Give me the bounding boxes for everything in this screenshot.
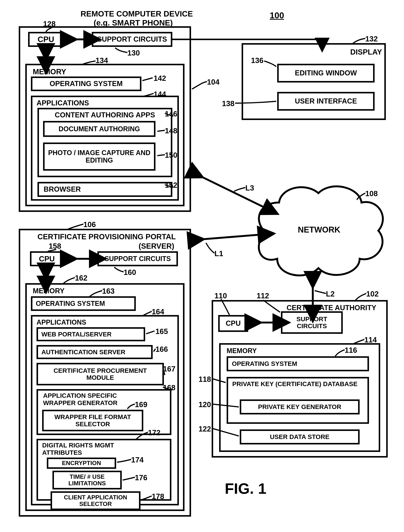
- remote-cpu-box: CPU: [28, 32, 64, 47]
- ref-174: 174: [131, 456, 144, 464]
- remote-support-box: SUPPORT CIRCUITS: [92, 32, 172, 47]
- time-use-box: TIME/ # USE LIMITATIONS: [52, 471, 122, 489]
- cert-proc-label: CERTIFICATE PROCUREMENT MODULE: [40, 367, 160, 381]
- portal-apps-label: APPLICATIONS: [37, 318, 86, 326]
- pk-gen-label: PRIVATE KEY GENERATOR: [258, 403, 341, 410]
- ref-165: 165: [155, 327, 168, 336]
- encryption-box: ENCRYPTION: [47, 458, 116, 469]
- diagram-canvas: REMOTE COMPUTER DEVICE (e.g. SMART PHONE…: [0, 0, 404, 532]
- portal-support-label: SUPPORT CIRCUITS: [105, 255, 171, 263]
- ref-169: 169: [135, 400, 147, 409]
- portal-memory-label: MEMORY: [33, 287, 65, 295]
- ref-100: 100: [270, 10, 284, 20]
- ref-132: 132: [365, 35, 378, 43]
- ref-162: 162: [75, 274, 88, 282]
- user-interface-box: USER INTERFACE: [277, 92, 375, 111]
- wrapper-gen-label: APPLICATION SPECIFIC WRAPPER GENERATOR: [43, 392, 131, 407]
- pk-gen-box: PRIVATE KEY GENERATOR: [240, 399, 360, 415]
- ref-120: 120: [199, 400, 211, 409]
- photo-box: PHOTO / IMAGE CAPTURE AND EDITING: [43, 143, 155, 171]
- ref-178: 178: [152, 492, 164, 501]
- remote-apps-label: APPLICATIONS: [37, 99, 89, 107]
- ref-163: 163: [102, 287, 115, 295]
- ref-102: 102: [366, 290, 379, 298]
- remote-memory-label: MEMORY: [33, 67, 66, 76]
- auth-server-label: AUTHENTICATION SERVER: [41, 349, 125, 356]
- remote-device-title: REMOTE COMPUTER DEVICE: [81, 9, 193, 18]
- auth-server-box: AUTHENTICATION SERVER: [37, 345, 153, 359]
- wrapper-format-box: WRAPPER FILE FORMAT SELECTOR: [42, 410, 143, 431]
- display-label: DISPLAY: [350, 48, 382, 56]
- ref-152: 152: [165, 181, 177, 189]
- editing-window-label: EDITING WINDOW: [295, 69, 357, 77]
- ref-l2: L2: [326, 290, 335, 298]
- browser-label: BROWSER: [44, 185, 81, 193]
- portal-support-box: SUPPORT CIRCUITS: [97, 251, 178, 266]
- ca-title: CERTIFICATE AUTHORITY: [287, 304, 376, 312]
- user-interface-label: USER INTERFACE: [295, 97, 357, 105]
- ref-164: 164: [152, 308, 164, 316]
- web-portal-label: WEB PORTAL/SERVER: [41, 331, 112, 338]
- ref-110: 110: [215, 292, 227, 300]
- ref-122: 122: [199, 425, 211, 433]
- ref-116: 116: [345, 346, 357, 354]
- remote-cpu-label: CPU: [38, 35, 54, 44]
- portal-os-label: OPERATING SYSTEM: [36, 300, 105, 307]
- figure-label: FIG. 1: [225, 480, 266, 497]
- ref-146: 146: [165, 110, 177, 118]
- remote-support-label: SUPPORT CIRCUITS: [97, 35, 167, 43]
- ref-118: 118: [199, 375, 211, 383]
- portal-cpu-label: CPU: [39, 255, 55, 263]
- drm-label: DIGITAL RIGHTS MGMT ATTRIBUTES: [42, 442, 125, 456]
- ca-os-label: OPERATING SYSTEM: [232, 360, 297, 367]
- ref-148: 148: [165, 127, 177, 135]
- doc-authoring-label: DOCUMENT AUTHORING: [59, 125, 140, 133]
- pk-db-label: PRIVATE KEY (CERTIFICATE) DATABASE: [232, 380, 363, 388]
- portal-os-box: OPERATING SYSTEM: [31, 296, 136, 311]
- svg-line-18: [193, 234, 263, 240]
- ref-172: 172: [148, 428, 160, 437]
- ca-memory-label: MEMORY: [227, 347, 257, 355]
- doc-authoring-box: DOCUMENT AUTHORING: [43, 121, 155, 137]
- remote-os-label: OPERATING SYSTEM: [50, 80, 123, 88]
- ca-support-label: SUPPORT CIRCUITS: [284, 316, 339, 330]
- encryption-label: ENCRYPTION: [62, 460, 101, 466]
- user-store-box: USER DATA STORE: [240, 429, 360, 444]
- ref-150: 150: [165, 151, 177, 159]
- ref-176: 176: [135, 474, 147, 482]
- ref-l3: L3: [245, 184, 254, 192]
- ref-114: 114: [364, 336, 377, 344]
- network-label: NETWORK: [298, 225, 340, 234]
- ref-134: 134: [95, 56, 108, 65]
- ref-136: 136: [251, 56, 264, 65]
- ref-108: 108: [365, 189, 378, 198]
- ref-l1: L1: [215, 249, 223, 258]
- web-portal-box: WEB PORTAL/SERVER: [37, 327, 145, 341]
- portal-cpu-box: CPU: [30, 251, 64, 266]
- client-app-box: CLIENT APPLICATION SELECTOR: [50, 491, 140, 510]
- time-use-label: TIME/ # USE LIMITATIONS: [56, 474, 118, 487]
- ref-166: 166: [155, 345, 168, 353]
- ref-168: 168: [163, 383, 176, 392]
- browser-box: BROWSER: [38, 182, 172, 197]
- ref-128: 128: [43, 20, 56, 28]
- user-store-label: USER DATA STORE: [270, 433, 329, 440]
- ca-os-box: OPERATING SYSTEM: [227, 356, 369, 371]
- ref-167: 167: [163, 365, 176, 373]
- ref-104: 104: [207, 78, 220, 86]
- ca-support-box: SUPPORT CIRCUITS: [281, 311, 343, 334]
- cert-proc-box: CERTIFICATE PROCUREMENT MODULE: [37, 363, 164, 385]
- content-authoring-label: CONTENT AUTHORING APPS: [47, 111, 163, 119]
- ref-112: 112: [257, 292, 269, 300]
- portal-subtitle: (SERVER): [139, 242, 174, 250]
- ref-160: 160: [124, 268, 136, 277]
- ref-130: 130: [127, 49, 140, 57]
- portal-title: CERTIFICATE PROVISIONING PORTAL: [38, 233, 176, 241]
- svg-line-19: [193, 173, 268, 209]
- ref-138: 138: [222, 99, 234, 108]
- remote-os-box: OPERATING SYSTEM: [31, 77, 141, 91]
- ref-158: 158: [49, 242, 61, 250]
- ref-142: 142: [154, 74, 166, 83]
- remote-device-subtitle: (e.g. SMART PHONE): [94, 18, 173, 27]
- wrapper-format-label: WRAPPER FILE FORMAT SELECTOR: [46, 414, 139, 428]
